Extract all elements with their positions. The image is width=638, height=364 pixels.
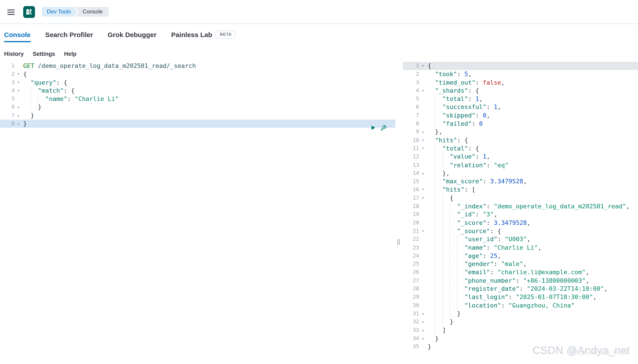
code-line[interactable]: 17▼{	[403, 194, 638, 202]
code-line[interactable]: 16▼"hits": [	[403, 186, 638, 194]
code-line[interactable]: 2▼{	[0, 70, 396, 78]
pane-splitter[interactable]	[396, 62, 403, 364]
code-line[interactable]: 15"max_score": 3.3479528,	[403, 177, 638, 186]
code-content: "hits": {	[426, 136, 638, 144]
token-p: ,	[586, 276, 589, 285]
menu-settings[interactable]: Settings	[32, 50, 55, 57]
code-content: "age": 25,	[426, 252, 638, 260]
request-editor[interactable]: 1GET /demo_operate_log_data_m202501_read…	[0, 62, 396, 364]
token-p: }	[23, 120, 27, 128]
code-line[interactable]: 8"failed": 0	[403, 120, 638, 128]
send-request-play-icon[interactable]	[370, 124, 377, 132]
code-line[interactable]: 31▲}	[403, 310, 638, 318]
fold-toggle-icon[interactable]: ▼	[420, 136, 426, 144]
menu-help[interactable]: Help	[64, 50, 76, 57]
fold-toggle-icon[interactable]: ▼	[420, 62, 426, 70]
breadcrumb-dev-tools[interactable]: Dev Tools	[42, 7, 78, 17]
code-line[interactable]: 13"relation": "eq"	[403, 161, 638, 169]
code-line[interactable]: 6"successful": 1,	[403, 103, 638, 112]
indent-guide	[450, 301, 457, 310]
fold-toggle-icon[interactable]: ▲	[420, 334, 426, 342]
indent-guide	[428, 186, 435, 194]
code-line[interactable]: 34▲}	[403, 334, 638, 342]
fold-toggle-icon[interactable]: ▲	[420, 326, 426, 334]
menu-history[interactable]: History	[4, 50, 24, 57]
fold-toggle-icon[interactable]: ▼	[420, 194, 426, 202]
fold-toggle-icon[interactable]: ▼	[16, 78, 22, 87]
code-line[interactable]: 22"user_id": "U003",	[403, 235, 638, 244]
code-line[interactable]: 6▲}	[0, 103, 396, 112]
fold-toggle-icon[interactable]: ▼	[420, 144, 426, 153]
code-line[interactable]: 3"timed_out": false,	[403, 78, 638, 87]
indent-guide	[428, 318, 435, 326]
code-line[interactable]: 24"age": 25,	[403, 252, 638, 260]
code-content: }	[426, 318, 638, 326]
fold-toggle-icon[interactable]: ▲	[16, 103, 22, 112]
breadcrumb-console[interactable]: Console	[75, 7, 108, 17]
fold-toggle-icon[interactable]: ▼	[420, 186, 426, 194]
tab-console[interactable]: Console	[4, 27, 30, 42]
code-line[interactable]: 5"name": "Charlie Li"	[0, 95, 396, 103]
indent-guide	[428, 218, 435, 227]
code-line[interactable]: 12"value": 1,	[403, 153, 638, 161]
code-line[interactable]: 10▼"hits": {	[403, 136, 638, 144]
code-line[interactable]: 7"skipped": 0,	[403, 112, 638, 120]
code-line[interactable]: 25"gender": "male",	[403, 260, 638, 268]
code-line[interactable]: 29"last_login": "2025-01-07T18:30:00",	[403, 293, 638, 301]
indent-guide	[457, 285, 464, 293]
fold-toggle-icon[interactable]: ▼	[420, 87, 426, 95]
code-line[interactable]: 2"took": 5,	[403, 70, 638, 78]
code-line[interactable]: 26"email": "charlie.li@example.com",	[403, 268, 638, 276]
code-line[interactable]: 28"register_date": "2024-03-22T14:10:00"…	[403, 285, 638, 293]
fold-toggle-icon[interactable]: ▲	[16, 120, 22, 128]
fold-toggle-icon[interactable]: ▼	[420, 227, 426, 235]
space-avatar-logo[interactable]: 默	[23, 6, 35, 18]
response-editor[interactable]: 1▼{2"took": 5,3"timed_out": false,4▼"_sh…	[403, 62, 638, 364]
code-line[interactable]: 23"name": "Charlie Li",	[403, 244, 638, 252]
indent-guide	[435, 310, 442, 318]
request-options-wrench-icon[interactable]	[380, 124, 387, 132]
tab-search-profiler[interactable]: Search Profiler	[45, 27, 93, 42]
token-p: ,	[527, 218, 530, 227]
token-p: :	[486, 103, 494, 112]
code-line[interactable]: 14▲},	[403, 169, 638, 177]
indent-guide	[442, 252, 450, 260]
code-line[interactable]: 20"_score": 3.3479528,	[403, 218, 638, 227]
code-line[interactable]: 33▲]	[403, 326, 638, 334]
fold-toggle-icon[interactable]: ▲	[420, 318, 426, 326]
line-number: 34	[403, 334, 420, 342]
kibana-devtools-page: 默 Dev Tools Console Console Search Profi…	[0, 0, 638, 364]
fold-toggle-icon[interactable]: ▲	[420, 310, 426, 318]
indent-guide	[435, 202, 442, 210]
code-content: ]	[426, 326, 638, 334]
code-line[interactable]: 11▼"total": {	[403, 144, 638, 153]
code-line[interactable]: 8▲}	[0, 120, 396, 128]
code-line[interactable]: 3▼"query": {	[0, 78, 396, 87]
fold-toggle-icon[interactable]: ▼	[16, 87, 22, 95]
code-line[interactable]: 19"_id": "3",	[403, 210, 638, 218]
fold-toggle-icon[interactable]: ▲	[420, 169, 426, 177]
indent-guide	[428, 227, 435, 235]
fold-toggle-icon[interactable]: ▲	[420, 128, 426, 136]
code-line[interactable]: 32▲}	[403, 318, 638, 326]
code-line[interactable]: 4▼"_shards": {	[403, 87, 638, 95]
code-line[interactable]: 4▼"match": {	[0, 87, 396, 95]
code-line[interactable]: 27"phone_number": "+86-13800000003",	[403, 276, 638, 285]
tab-grok-debugger[interactable]: Grok Debugger	[108, 27, 156, 42]
code-line[interactable]: 18"_index": "demo_operate_log_data_m2025…	[403, 202, 638, 210]
code-content: "gender": "male",	[426, 260, 638, 268]
tab-painless-lab[interactable]: Painless Lab BETA	[171, 27, 236, 42]
code-line[interactable]: 21▼"_source": {	[403, 227, 638, 235]
code-line[interactable]: 30"location": "Guangzhou, China"	[403, 301, 638, 310]
code-content: "_source": {	[426, 227, 638, 235]
code-line[interactable]: 5"total": 1,	[403, 95, 638, 103]
code-line[interactable]: 1GET /demo_operate_log_data_m202501_read…	[0, 62, 396, 70]
fold-toggle-icon[interactable]: ▼	[16, 70, 22, 78]
fold-toggle-icon[interactable]: ▲	[16, 112, 22, 120]
code-content: "failed": 0	[426, 120, 638, 128]
indent-guide	[442, 276, 450, 285]
code-line[interactable]: 1▼{	[403, 62, 638, 70]
code-line[interactable]: 7▲}	[0, 112, 396, 120]
code-line[interactable]: 9▲},	[403, 128, 638, 136]
hamburger-menu-icon[interactable]	[6, 7, 16, 18]
